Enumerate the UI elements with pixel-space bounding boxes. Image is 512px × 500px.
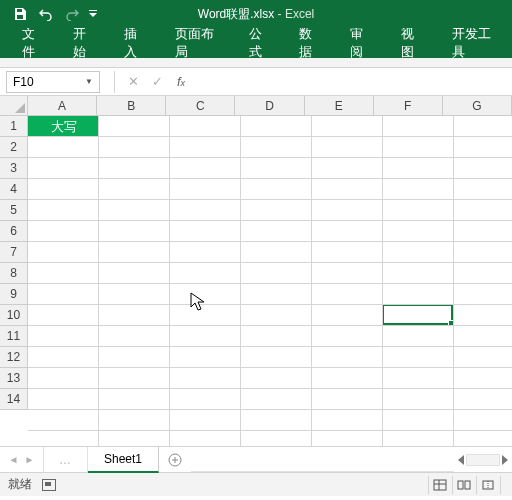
tab-data[interactable]: 数据 [285,28,336,58]
tab-insert[interactable]: 插入 [110,28,161,58]
svg-rect-1 [434,480,446,490]
worksheet-grid[interactable]: ABCDEFG 1234567891011121314 大写 [0,96,512,446]
col-header-E[interactable]: E [305,96,374,116]
col-header-G[interactable]: G [443,96,512,116]
fx-icon[interactable]: fx [169,74,193,89]
tab-file[interactable]: 文件 [8,28,59,58]
row-header-13[interactable]: 13 [0,368,28,389]
undo-button[interactable] [34,2,58,26]
status-bar: 就绪 [0,472,512,496]
horizontal-scrollbar[interactable] [454,447,512,472]
col-header-D[interactable]: D [235,96,304,116]
row-header-9[interactable]: 9 [0,284,28,305]
qat-customize-button[interactable] [86,2,100,26]
row-header-11[interactable]: 11 [0,326,28,347]
svg-rect-4 [458,481,463,489]
tab-formulas[interactable]: 公式 [235,28,286,58]
name-box[interactable]: F10 ▼ [6,71,100,93]
add-sheet-button[interactable] [159,447,191,472]
row-header-10[interactable]: 10 [0,305,28,326]
row-header-8[interactable]: 8 [0,263,28,284]
name-box-value: F10 [13,75,34,89]
window-title: Word联盟.xlsx - Excel [198,6,314,23]
row-header-6[interactable]: 6 [0,221,28,242]
sheet-overflow[interactable]: … [44,447,88,472]
col-header-F[interactable]: F [374,96,443,116]
row-header-12[interactable]: 12 [0,347,28,368]
tab-home[interactable]: 开始 [59,28,110,58]
view-page-layout-button[interactable] [452,476,474,494]
cell-A1[interactable]: 大写 [28,116,99,137]
tab-page-layout[interactable]: 页面布局 [161,28,235,58]
row-header-1[interactable]: 1 [0,116,28,137]
redo-button[interactable] [60,2,84,26]
col-header-C[interactable]: C [166,96,235,116]
row-header-2[interactable]: 2 [0,137,28,158]
col-header-B[interactable]: B [97,96,166,116]
enter-formula-button: ✓ [145,71,169,93]
quick-access-toolbar [0,0,100,28]
row-header-3[interactable]: 3 [0,158,28,179]
sheet-tab-1[interactable]: Sheet1 [88,447,159,473]
macro-record-icon[interactable] [42,479,56,491]
select-all-corner[interactable] [0,96,28,116]
cancel-formula-button: ✕ [121,71,145,93]
chevron-down-icon[interactable]: ▼ [85,77,93,86]
formula-bar-row: F10 ▼ ✕ ✓ fx [0,68,512,96]
row-header-5[interactable]: 5 [0,200,28,221]
row-header-4[interactable]: 4 [0,179,28,200]
view-normal-button[interactable] [428,476,450,494]
row-header-14[interactable]: 14 [0,389,28,410]
tab-review[interactable]: 审阅 [336,28,387,58]
formula-input[interactable] [201,71,506,93]
tab-view[interactable]: 视图 [387,28,438,58]
tab-developer[interactable]: 开发工具 [438,28,512,58]
sheet-tab-bar: ◄► … Sheet1 [0,446,512,472]
sheet-nav-buttons[interactable]: ◄► [0,447,44,472]
svg-rect-5 [465,481,470,489]
active-cell-selection [382,304,453,325]
title-bar: Word联盟.xlsx - Excel [0,0,512,28]
save-button[interactable] [8,2,32,26]
zoom-separator [500,476,504,494]
ribbon-tabs: 文件 开始 插入 页面布局 公式 数据 审阅 视图 开发工具 [0,28,512,58]
status-text: 就绪 [8,476,32,493]
view-page-break-button[interactable] [476,476,498,494]
row-header-7[interactable]: 7 [0,242,28,263]
col-header-A[interactable]: A [28,96,97,116]
